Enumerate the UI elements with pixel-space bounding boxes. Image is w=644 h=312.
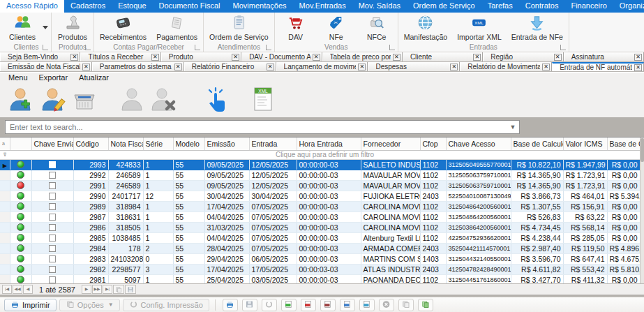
tab-cliente[interactable]: Cliente✕ — [403, 52, 483, 61]
column-header-1[interactable]: Código — [73, 138, 108, 150]
chave-enviada-checkbox[interactable] — [31, 274, 73, 283]
menubar-item-1[interactable]: Cadastros — [64, 0, 112, 13]
chave-enviada-checkbox[interactable] — [31, 201, 73, 211]
menubar-item-6[interactable]: Mov. Saídas — [352, 0, 407, 13]
close-icon[interactable]: ✕ — [232, 54, 239, 61]
chave-enviada-checkbox[interactable] — [31, 191, 73, 201]
tab-seja-bem-vindo[interactable]: Seja Bem-Vindo✕ — [0, 52, 80, 61]
column-header-6[interactable]: Entrada — [249, 138, 297, 150]
table-row[interactable]: 298931898415517/04/202507/05/202500:00:0… — [0, 201, 640, 211]
next-button[interactable]: ▶ — [82, 285, 91, 294]
export-green-button[interactable] — [281, 299, 297, 311]
column-header-13[interactable]: Base de Calcul — [607, 138, 640, 150]
save-button[interactable] — [242, 299, 257, 311]
table-row[interactable]: ▶299342483315509/05/202512/05/202500:00:… — [0, 159, 640, 170]
column-header-5[interactable]: Emissão — [204, 138, 249, 150]
tab-tabela-de-preco-por-regi-o[interactable]: Tabela de preco por região✕ — [322, 52, 403, 61]
dialog-launcher-icon[interactable] — [195, 45, 200, 50]
table-row[interactable]: 299224658915509/05/202512/05/202500:00:0… — [0, 170, 640, 180]
close-icon[interactable]: ✕ — [473, 54, 481, 61]
table-row[interactable]: 29832410320805529/04/202506/05/202500:00… — [0, 253, 640, 264]
dialog-launcher-icon[interactable] — [389, 45, 395, 50]
tab-entrada-de-nf-autom-tica[interactable]: Entrada de NF automática✕ — [552, 62, 644, 71]
opcoes-button[interactable]: Opções▼ — [59, 299, 120, 311]
tab-lan-amento-de-movimenta-o[interactable]: Lançamento de movimentação✕ — [276, 62, 368, 71]
add-record-button[interactable] — [4, 84, 36, 115]
close-icon[interactable]: ✕ — [174, 64, 182, 70]
chave-enviada-checkbox[interactable] — [31, 264, 73, 274]
ribbon-button-recebimentos[interactable]: Recebimentos — [97, 13, 149, 42]
table-row[interactable]: 2985103848515504/04/202507/05/202500:00:… — [0, 232, 640, 243]
table-row[interactable]: 2981509715525/04/202503/05/202500:00:00-… — [0, 274, 640, 283]
chave-enviada-checkbox[interactable] — [31, 232, 73, 243]
tab-despesas[interactable]: Despesas✕ — [368, 62, 460, 71]
chave-enviada-checkbox[interactable] — [31, 253, 73, 264]
menubar-item-5[interactable]: Mov.Entradas — [293, 0, 352, 13]
tab-parametros-do-sistema[interactable]: Parametros do sistema✕ — [92, 62, 184, 71]
dialog-launcher-icon[interactable] — [85, 45, 91, 50]
column-header-3[interactable]: Série — [143, 138, 173, 150]
edit-record-button[interactable] — [36, 84, 68, 115]
filter-icon[interactable]: ⊽ — [0, 150, 10, 159]
chave-enviada-checkbox[interactable] — [31, 180, 73, 191]
tab-relat-rio-de-movimenta-o[interactable]: Relatório de Movimentação✕ — [460, 62, 552, 71]
ribbon-button-produtos[interactable]: Produtos — [54, 13, 91, 42]
table-row[interactable]: 2982229857735517/04/202517/05/202500:00:… — [0, 264, 640, 274]
tab-relat-rio-financeiro[interactable]: Relatório Financeiro✕ — [184, 62, 276, 71]
dialog-launcher-icon[interactable] — [560, 45, 566, 50]
quick-print-button[interactable] — [223, 299, 238, 311]
tab-produto[interactable]: Produto✕ — [161, 52, 241, 61]
export-teal-button[interactable] — [359, 299, 375, 311]
table-row[interactable]: 298631850515531/03/202507/05/202500:00:0… — [0, 222, 640, 232]
copy-green-button[interactable] — [418, 299, 433, 311]
xml-document-button[interactable]: XML — [247, 84, 279, 115]
menubar-item-10[interactable]: Financeiro — [564, 0, 613, 13]
menubar-item-8[interactable]: Tarefas — [481, 0, 519, 13]
column-header-status[interactable] — [10, 138, 31, 150]
column-header-11[interactable]: Base de Calculo IC — [511, 138, 563, 150]
first-page-button[interactable]: |◀ — [2, 285, 12, 294]
ribbon-button-clientes[interactable]: Clientes — [4, 13, 40, 42]
menubar-item-3[interactable]: Documento Fiscal — [153, 0, 227, 13]
close-icon[interactable]: ✕ — [70, 54, 78, 61]
export-blue-button[interactable] — [340, 299, 355, 311]
table-row[interactable]: 298417825528/04/202507/05/202500:00:00-0… — [0, 243, 640, 253]
ribbon-button-pagamentos[interactable]: Pagamentos — [153, 13, 200, 42]
close-icon[interactable]: ✕ — [358, 64, 366, 70]
filter-row[interactable]: Clique aqui para definir um filtro — [10, 150, 640, 159]
close-button[interactable] — [379, 299, 394, 311]
last-page-button[interactable]: ▶| — [103, 285, 112, 294]
menubar-item-7[interactable]: Ordem de Serviço — [407, 0, 481, 13]
imprimir-button[interactable]: Imprimir — [4, 299, 57, 311]
dropdown-arrow-icon[interactable] — [43, 26, 48, 29]
export-maroon-button[interactable] — [320, 299, 336, 311]
tab-regi-o[interactable]: Região✕ — [483, 52, 563, 61]
menubar-item-11[interactable]: Organização — [613, 0, 644, 13]
ribbon-button-importar-xml[interactable]: XMLImportar XML — [454, 13, 504, 42]
close-icon[interactable]: ✕ — [554, 54, 562, 61]
chevron-down-icon[interactable]: ▼ — [507, 124, 519, 131]
tab-assinatura[interactable]: Assinatura✕ — [564, 52, 644, 61]
menubar-item-9[interactable]: Contratos — [519, 0, 565, 13]
search-input[interactable] — [6, 123, 507, 131]
close-icon[interactable]: ✕ — [151, 54, 159, 61]
tab-t-tulos-a-receber[interactable]: Títulos a Receber✕ — [80, 52, 160, 61]
column-header-0[interactable]: Chave Enviada — [31, 138, 73, 150]
close-icon[interactable]: ✕ — [393, 54, 400, 61]
column-header-8[interactable]: Fornecedor — [361, 138, 420, 150]
close-icon[interactable]: ✕ — [634, 64, 642, 71]
close-icon[interactable]: ✕ — [542, 64, 550, 70]
datasource-icon[interactable] — [113, 285, 124, 294]
fast-next-button[interactable]: ▶▶ — [92, 285, 102, 294]
tab-dav-documento-auxiliar-de[interactable]: DAV - Documento Auxiliar de✕ — [241, 52, 322, 61]
close-icon[interactable]: ✕ — [267, 64, 274, 70]
table-row[interactable]: 298731863115504/04/202507/05/202500:00:0… — [0, 211, 640, 222]
ribbon-button-nfe[interactable]: ✂NFe — [318, 13, 354, 42]
close-icon[interactable]: ✕ — [634, 54, 642, 61]
column-header-10[interactable]: Chave Acesso — [446, 138, 511, 150]
close-icon[interactable]: ✕ — [82, 64, 90, 70]
ribbon-button-manifesta-o[interactable]: Manifestação — [401, 13, 450, 42]
column-header-12[interactable]: Valor ICMS — [563, 138, 607, 150]
ribbon-button-nfce[interactable]: NFCe — [359, 13, 395, 42]
chave-enviada-checkbox[interactable] — [31, 243, 73, 253]
